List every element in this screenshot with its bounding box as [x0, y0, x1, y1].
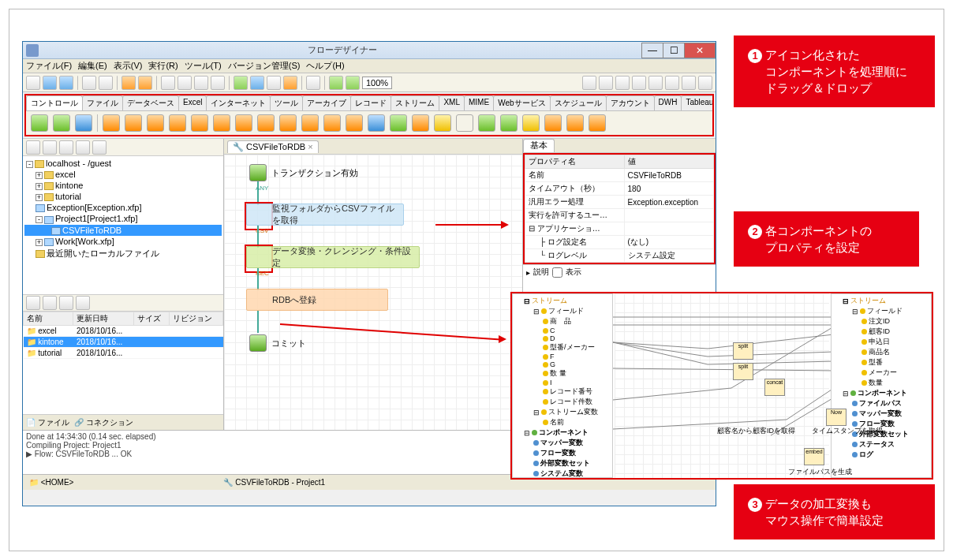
palette-icon[interactable] [31, 114, 48, 132]
power-icon[interactable] [283, 76, 297, 90]
redo-icon[interactable] [138, 76, 152, 90]
saveall-icon[interactable] [59, 76, 73, 90]
palette-tab[interactable]: Webサービス [493, 95, 550, 110]
palette-tab[interactable]: Excel [178, 95, 207, 110]
palette-icon[interactable] [566, 114, 584, 132]
mapper-node[interactable]: データ変換・クレンジング・条件設定 [246, 246, 420, 268]
palette-icon[interactable] [456, 114, 473, 132]
palette-icon[interactable] [169, 114, 186, 132]
tab-connection[interactable]: コネクション [86, 418, 133, 427]
close-button[interactable]: ✕ [684, 43, 716, 58]
back-icon[interactable] [329, 76, 343, 90]
tree-expand-icon[interactable] [76, 140, 90, 155]
file-list[interactable]: 名前 更新日時 サイズ リビジョン 📁 excel2018/10/16... 📁… [23, 312, 223, 414]
palette-icon[interactable] [103, 114, 120, 132]
csv-read-node[interactable]: 監視フォルダからCSVファイルを取得 [246, 203, 404, 226]
palette-tab[interactable]: レコード [350, 95, 391, 110]
flow-canvas[interactable]: トランザクション有効 ANY 監視フォルダからCSVファイルを取得 CSV デー… [224, 155, 522, 430]
palette-icon[interactable] [301, 114, 319, 132]
palette-icon[interactable] [213, 114, 230, 132]
copy-icon[interactable] [178, 76, 192, 90]
undo-icon[interactable] [121, 76, 136, 90]
palette-tab[interactable]: Tableau [681, 95, 712, 110]
split-func-icon[interactable]: split [733, 363, 753, 380]
mapper-target-tree[interactable]: ⊟ ストリーム ⊟ フィールド 注文ID 顧客ID 申込日 商品名 型番 メーカ… [831, 293, 932, 478]
palette-icon[interactable] [53, 114, 70, 132]
menu-version[interactable]: バージョン管理(S) [228, 60, 301, 72]
layout5-icon[interactable] [648, 76, 663, 90]
folder-open-icon[interactable] [26, 296, 40, 310]
palette-icon[interactable] [279, 114, 297, 132]
debug-icon[interactable] [267, 76, 281, 90]
mapper-source-tree[interactable]: ⊟ ストリーム ⊟ フィールド 商 品 C D 型番/メーカー F G 数 量 … [512, 293, 613, 478]
palette-icon[interactable] [235, 114, 252, 132]
palette-icon[interactable] [500, 114, 518, 132]
palette-tab[interactable]: アーカイブ [302, 95, 351, 110]
palette-icon[interactable] [589, 114, 606, 132]
folder-up-icon[interactable] [59, 296, 73, 310]
layout7-icon[interactable] [682, 76, 696, 90]
folder-refresh-icon[interactable] [76, 296, 90, 310]
layout2-icon[interactable] [599, 76, 613, 90]
menu-edit[interactable]: 編集(E) [78, 60, 107, 72]
run-icon[interactable] [250, 76, 264, 90]
palette-tab[interactable]: XML [439, 95, 465, 110]
palette-icon[interactable] [368, 114, 385, 132]
palette-tab[interactable]: ツール [270, 95, 303, 110]
palette-icon[interactable] [257, 114, 275, 132]
palette-tab[interactable]: DWH [654, 95, 682, 110]
menu-help[interactable]: ヘルプ(H) [306, 60, 344, 72]
tree-filter-icon[interactable] [92, 140, 107, 155]
menu-tools[interactable]: ツール(T) [185, 60, 222, 72]
palette-icon[interactable] [323, 114, 341, 132]
layout3-icon[interactable] [615, 76, 630, 90]
palette-icon[interactable] [75, 114, 92, 132]
palette-icon[interactable] [522, 114, 540, 132]
zoom-select[interactable]: 100% [362, 77, 392, 89]
palette-icon[interactable] [412, 114, 429, 132]
save-icon[interactable] [43, 76, 57, 90]
new-icon[interactable] [26, 76, 40, 90]
menu-run[interactable]: 実行(R) [148, 60, 178, 72]
layout8-icon[interactable] [698, 76, 712, 90]
tab-basic[interactable]: 基本 [523, 139, 555, 152]
paste-icon[interactable] [194, 76, 208, 90]
palette-icon[interactable] [434, 114, 451, 132]
start-node-icon[interactable] [249, 164, 267, 181]
now-func-icon[interactable]: Now [826, 409, 846, 426]
properties-table[interactable]: プロパティ名値 名前CSVFileToRDB タイムアウト（秒）180 汎用エラ… [523, 153, 716, 264]
step-icon[interactable] [306, 76, 320, 90]
palette-icon[interactable] [147, 114, 164, 132]
palette-icon[interactable] [191, 114, 208, 132]
palette-tab[interactable]: MIME [464, 95, 494, 110]
palette-icon[interactable] [346, 114, 363, 132]
palette-icon[interactable] [390, 114, 407, 132]
find-icon[interactable] [82, 76, 96, 90]
tree-collapse-icon[interactable] [59, 140, 73, 155]
palette-icon[interactable] [478, 114, 495, 132]
palette-tab[interactable]: アカウント [606, 95, 655, 110]
canvas-tab[interactable]: 🔧CSVFileToRDB× [227, 140, 319, 153]
folder-new-icon[interactable] [43, 296, 57, 310]
layout1-icon[interactable] [582, 76, 596, 90]
delete-icon[interactable] [211, 76, 225, 90]
maximize-button[interactable]: ☐ [663, 43, 685, 58]
tree-refresh-icon[interactable] [43, 140, 57, 155]
fwd-icon[interactable] [346, 76, 360, 90]
cut-icon[interactable] [99, 76, 113, 90]
close-tab-icon[interactable]: × [308, 142, 312, 151]
split-func-icon[interactable]: split [733, 342, 753, 360]
palette-tab[interactable]: コントロール [26, 95, 83, 110]
menu-file[interactable]: ファイル(F) [26, 60, 72, 72]
embed-func-icon[interactable]: embed [804, 448, 824, 465]
minimize-button[interactable]: — [641, 43, 663, 58]
tab-file[interactable]: ファイル [38, 418, 69, 427]
concat-func-icon[interactable]: concat [764, 379, 785, 396]
layout6-icon[interactable] [665, 76, 679, 90]
cut2-icon[interactable] [161, 76, 175, 90]
palette-tab[interactable]: スケジュール [550, 95, 607, 110]
palette-tab[interactable]: ストリーム [391, 95, 439, 110]
rdb-write-node[interactable]: RDBへ登録 [246, 289, 388, 311]
layout4-icon[interactable] [632, 76, 646, 90]
desc-show-checkbox[interactable] [552, 267, 562, 278]
